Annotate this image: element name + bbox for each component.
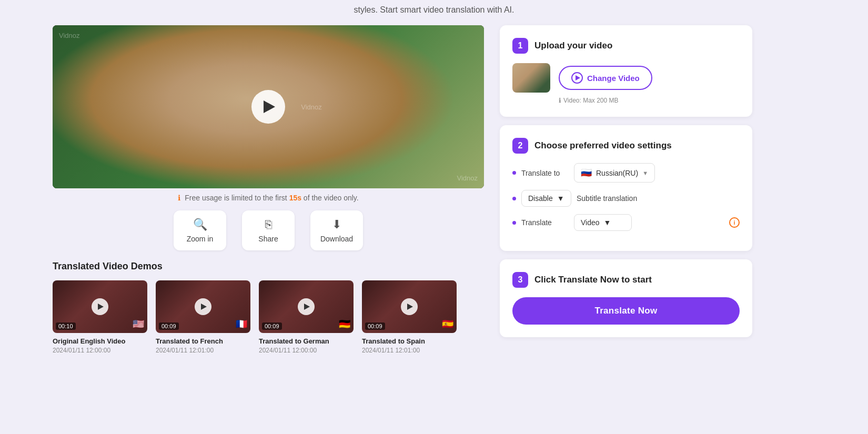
video-thumbnail: Vidnoz Vidnoz Vidnoz (53, 25, 484, 188)
demo-thumb-0: 00:10 🇺🇸 (53, 280, 147, 333)
video-preview-thumbnail (512, 63, 550, 93)
share-label: Share (258, 235, 278, 243)
demo-duration-1: 00:09 (159, 322, 179, 330)
change-video-button[interactable]: Change Video (559, 66, 652, 90)
demo-title-1: Translated to French (156, 337, 250, 345)
demo-card-3[interactable]: 00:09 🇪🇸 Translated to Spain 2024/01/11 … (362, 280, 457, 354)
share-button[interactable]: ⎘ Share (242, 210, 295, 250)
change-video-label: Change Video (587, 74, 640, 83)
demo-title-3: Translated to Spain (362, 337, 457, 345)
subtitle-row: Disable ▼ Subtitle translation (512, 190, 740, 207)
demo-play-icon-1 (195, 298, 211, 315)
watermark-center: Vidnoz (301, 103, 322, 111)
translate-type-label: Translate (521, 218, 569, 227)
russian-flag: 🇷🇺 (581, 167, 592, 178)
step3-badge: 3 (512, 272, 528, 288)
translate-info-icon[interactable]: i (729, 217, 740, 228)
share-icon: ⎘ (265, 218, 272, 231)
translate-to-row: Translate to 🇷🇺 Russian(RU) ▼ (512, 163, 740, 183)
subtitle-select[interactable]: Disable ▼ (521, 190, 571, 207)
translate-type-value: Video (581, 218, 600, 227)
video-section: Vidnoz Vidnoz Vidnoz ℹ Free usage is lim… (53, 25, 484, 354)
max-size-note: ℹ Video: Max 200 MB (559, 97, 740, 104)
demo-date-3: 2024/01/11 12:01:00 (362, 347, 457, 354)
zoom-in-icon: 🔍 (193, 218, 207, 231)
play-button[interactable] (251, 90, 285, 124)
demo-thumb-2: 00:09 🇩🇪 (259, 280, 354, 333)
video-actions: 🔍 Zoom in ⎘ Share ⬇ Download (53, 210, 484, 250)
demo-title-2: Translated to German (259, 337, 354, 345)
step1-title: Upload your video (534, 41, 612, 51)
demo-card-2[interactable]: 00:09 🇩🇪 Translated to German 2024/01/11… (259, 280, 354, 354)
download-label: Download (320, 235, 353, 243)
download-icon: ⬇ (332, 218, 341, 231)
translate-to-label: Translate to (521, 169, 569, 177)
chevron-down-icon: ▼ (642, 170, 648, 176)
translate-type-chevron-icon: ▼ (604, 218, 611, 227)
demos-section: Translated Video Demos 00:10 🇺🇸 Original… (53, 261, 484, 354)
demo-date-1: 2024/01/11 12:01:00 (156, 347, 250, 354)
zoom-in-button[interactable]: 🔍 Zoom in (174, 210, 226, 250)
page-tagline: styles. Start smart video translation wi… (53, 5, 815, 15)
video-player: Vidnoz Vidnoz Vidnoz (53, 25, 484, 188)
settings-dot-2 (512, 197, 516, 200)
demo-card-0[interactable]: 00:10 🇺🇸 Original English Video 2024/01/… (53, 280, 147, 354)
subtitle-chevron-icon: ▼ (557, 194, 564, 203)
settings-dot-3 (512, 221, 516, 225)
demo-duration-0: 00:10 (56, 322, 76, 330)
step3-panel: 3 Click Translate Now to start Translate… (500, 259, 752, 337)
step3-title: Click Translate Now to start (534, 275, 652, 285)
demos-title: Translated Video Demos (53, 261, 484, 272)
demo-play-icon-3 (401, 298, 418, 315)
step2-header: 2 Choose preferred video settings (512, 138, 740, 154)
demo-flag-0: 🇺🇸 (133, 318, 144, 330)
demo-title-0: Original English Video (53, 337, 147, 345)
translate-to-select[interactable]: 🇷🇺 Russian(RU) ▼ (574, 163, 655, 183)
subtitle-label: Subtitle translation (577, 194, 637, 203)
step2-title: Choose preferred video settings (534, 140, 672, 151)
free-usage-notice: ℹ Free usage is limited to the first 15s… (53, 194, 484, 202)
step3-header: 3 Click Translate Now to start (512, 272, 740, 288)
subtitle-value: Disable (528, 194, 553, 203)
demo-flag-2: 🇩🇪 (339, 318, 350, 330)
step2-panel: 2 Choose preferred video settings Transl… (500, 125, 752, 251)
demo-duration-3: 00:09 (365, 322, 385, 330)
upload-row: Change Video (512, 63, 740, 93)
demo-flag-3: 🇪🇸 (442, 318, 453, 330)
step1-header: 1 Upload your video (512, 38, 740, 54)
info-icon: ℹ (178, 194, 180, 202)
translate-now-button[interactable]: Translate Now (512, 297, 740, 325)
demo-play-icon-2 (298, 298, 315, 315)
control-panel: 1 Upload your video Change Video ℹ Video… (500, 25, 752, 337)
zoom-in-label: Zoom in (187, 235, 214, 243)
demo-thumb-1: 00:09 🇫🇷 (156, 280, 250, 333)
step1-badge: 1 (512, 38, 528, 54)
demo-date-0: 2024/01/11 12:00:00 (53, 347, 147, 354)
translate-type-row: Translate Video ▼ i (512, 214, 740, 231)
info-icon-small: ℹ (559, 97, 561, 104)
step1-panel: 1 Upload your video Change Video ℹ Video… (500, 25, 752, 117)
translate-to-value: Russian(RU) (596, 169, 638, 177)
play-circle-icon (571, 72, 583, 84)
demo-duration-2: 00:09 (262, 322, 282, 330)
watermark-bottom-right: Vidnoz (457, 174, 478, 182)
demo-play-icon-0 (92, 298, 108, 315)
download-button[interactable]: ⬇ Download (310, 210, 363, 250)
demos-grid: 00:10 🇺🇸 Original English Video 2024/01/… (53, 280, 484, 354)
demo-date-2: 2024/01/11 12:00:00 (259, 347, 354, 354)
watermark-top-left: Vidnoz (59, 32, 80, 39)
settings-dot-1 (512, 171, 516, 175)
demo-flag-1: 🇫🇷 (236, 318, 247, 330)
translate-type-select[interactable]: Video ▼ (574, 214, 632, 231)
demo-card-1[interactable]: 00:09 🇫🇷 Translated to French 2024/01/11… (156, 280, 250, 354)
demo-thumb-3: 00:09 🇪🇸 (362, 280, 457, 333)
step2-badge: 2 (512, 138, 528, 154)
